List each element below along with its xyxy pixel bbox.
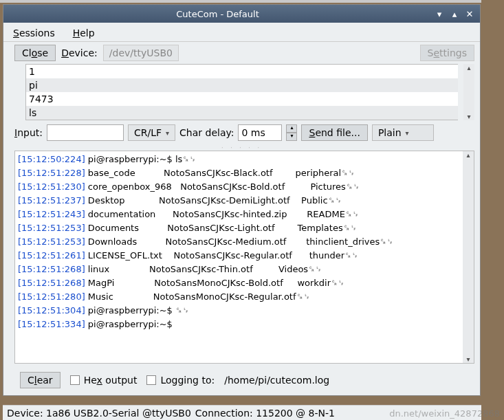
watermark: dn.net/weixin_42872868	[389, 408, 500, 419]
settings-button[interactable]: Settings	[420, 45, 474, 61]
console-text: pi@raspberrypi:~$ ls␍␊	[85, 154, 197, 164]
console-line: [15:12:51:334] pi@raspberrypi:~$	[18, 318, 460, 331]
timestamp: [15:12:51:280]	[18, 291, 85, 302]
console-text: base_code NotoSansCJKsc-Black.otf periph…	[85, 168, 355, 178]
console-line: [15:12:51:253] Downloads NotoSansCJKsc-M…	[18, 235, 460, 249]
logging-label: Logging to:	[160, 375, 215, 386]
app-window: CuteCom - Default ▾ ▴ ✕ Sessions Help Cl…	[3, 4, 481, 396]
menu-help[interactable]: Help	[70, 26, 98, 40]
console-line: [15:12:51:268] linux NotoSansCJKsc-Thin.…	[18, 263, 460, 276]
scroll-down-icon[interactable]: ▾	[467, 113, 470, 120]
timestamp: [15:12:50:224]	[18, 154, 85, 164]
scroll-up-icon[interactable]: ▴	[466, 151, 470, 159]
window-title: CuteCom - Default	[3, 9, 432, 19]
console-text: pi@raspberrypi:~$	[85, 319, 175, 329]
splitter-handle[interactable]: · · · · ·	[3, 145, 480, 151]
timestamp: [15:12:51:268]	[18, 264, 85, 274]
titlebar[interactable]: CuteCom - Default ▾ ▴ ✕	[3, 5, 480, 23]
line-ending-value: CR/LF	[134, 127, 162, 138]
console-text: pi@raspberrypi:~$ ␍␊	[85, 305, 189, 316]
console-line: [15:12:51:253] Documents NotoSansCJKsc-L…	[18, 221, 460, 235]
console-line: [15:12:51:243] documentation NotoSansCJK…	[18, 208, 460, 221]
console-line: [15:12:51:230] core_openbox_968 NotoSans…	[18, 180, 460, 194]
console-line: [15:12:51:261] LICENSE_OFL.txt NotoSansC…	[18, 249, 460, 263]
scroll-down-icon[interactable]: ▾	[466, 355, 470, 363]
timestamp: [15:12:51:237]	[18, 195, 85, 206]
clear-button[interactable]: Clear	[20, 372, 61, 388]
send-file-button[interactable]: Send file...	[301, 124, 367, 141]
format-select[interactable]: Plain ▾	[372, 124, 434, 141]
history-item[interactable]: 1	[26, 65, 458, 78]
console-line: [15:12:51:237] Desktop NotoSansCJKsc-Dem…	[18, 194, 460, 208]
console-text: Documents NotoSansCJKsc-Light.otf Templa…	[85, 223, 357, 233]
device-combo[interactable]: /dev/ttyUSB0	[103, 45, 179, 61]
menu-sessions[interactable]: Sessions	[10, 26, 58, 40]
maximize-icon[interactable]: ▴	[447, 8, 462, 20]
chevron-down-icon: ▾	[406, 129, 409, 137]
input-label: Input:	[14, 127, 43, 138]
close-icon[interactable]: ✕	[462, 8, 477, 20]
input-field[interactable]	[47, 124, 124, 141]
char-delay-field[interactable]	[238, 124, 282, 141]
console-text: linux NotoSansCJKsc-Thin.otf Videos␍␊	[85, 264, 322, 274]
timestamp: [15:12:51:253]	[18, 223, 85, 233]
history-item[interactable]: pi	[26, 78, 458, 92]
console-text: Downloads NotoSansCJKsc-Medium.otf thinc…	[85, 236, 394, 247]
hex-output-checkbox[interactable]	[70, 375, 80, 385]
device-label: Device:	[61, 47, 98, 58]
console-line: [15:12:50:224] pi@raspberrypi:~$ ls␍␊	[18, 153, 460, 166]
log-path: /home/pi/cutecom.log	[224, 375, 329, 386]
line-ending-select[interactable]: CR/LF ▾	[128, 124, 175, 141]
char-delay-stepper[interactable]: ▴ ▾	[286, 124, 297, 141]
timestamp: [15:12:51:304]	[18, 305, 85, 316]
timestamp: [15:12:51:243]	[18, 209, 85, 219]
timestamp: [15:12:51:253]	[18, 236, 85, 247]
console-text: documentation NotoSansCJKsc-hinted.zip R…	[85, 209, 359, 219]
history-scrollbar[interactable]: ▴ ▾	[463, 64, 474, 120]
history-item[interactable]: 7473	[26, 92, 458, 106]
console-output[interactable]: [15:12:50:224] pi@raspberrypi:~$ ls␍␊[15…	[15, 151, 463, 363]
console-line: [15:12:51:228] base_code NotoSansCJKsc-B…	[18, 166, 460, 180]
history-list[interactable]: 1pi7473ls	[26, 65, 458, 120]
chevron-down-icon: ▾	[166, 129, 169, 137]
console-text: core_openbox_968 NotoSansCJKsc-Bold.otf …	[85, 181, 360, 192]
step-up-icon[interactable]: ▴	[286, 124, 297, 133]
step-down-icon[interactable]: ▾	[286, 133, 297, 141]
console-line: [15:12:51:268] MagPi NotoSansMonoCJKsc-B…	[18, 276, 460, 290]
timestamp: [15:12:51:228]	[18, 168, 85, 178]
close-button[interactable]: Close	[14, 45, 56, 61]
timestamp: [15:12:51:334]	[18, 319, 85, 329]
console-text: LICENSE_OFL.txt NotoSansCJKsc-Regular.ot…	[85, 250, 358, 261]
logging-checkbox[interactable]	[146, 375, 156, 385]
console-line: [15:12:51:304] pi@raspberrypi:~$ ␍␊	[18, 304, 460, 318]
console-scrollbar[interactable]: ▴ ▾	[463, 151, 474, 363]
char-delay-label: Char delay:	[179, 127, 234, 138]
timestamp: [15:12:51:268]	[18, 278, 85, 288]
console-line: [15:12:51:280] Music NotoSansMonoCJKsc-R…	[18, 290, 460, 304]
status-device: Device: 1a86 USB2.0-Serial @ttyUSB0	[7, 408, 191, 419]
timestamp: [15:12:51:230]	[18, 181, 85, 192]
history-item[interactable]: ls	[26, 106, 458, 120]
console-text: Music NotoSansMonoCJKsc-Regular.otf␍␊	[85, 291, 310, 302]
timestamp: [15:12:51:261]	[18, 250, 85, 261]
console-text: Desktop NotoSansCJKsc-DemiLight.otf Publ…	[85, 195, 342, 206]
scroll-up-icon[interactable]: ▴	[467, 64, 470, 71]
format-value: Plain	[378, 127, 402, 138]
minimize-icon[interactable]: ▾	[432, 8, 447, 20]
console-text: MagPi NotoSansMonoCJKsc-Bold.otf workdir…	[85, 278, 344, 288]
menubar: Sessions Help	[3, 23, 480, 42]
status-connection: Connection: 115200 @ 8-N-1	[195, 408, 335, 419]
hex-output-label: Hex output	[84, 375, 138, 386]
